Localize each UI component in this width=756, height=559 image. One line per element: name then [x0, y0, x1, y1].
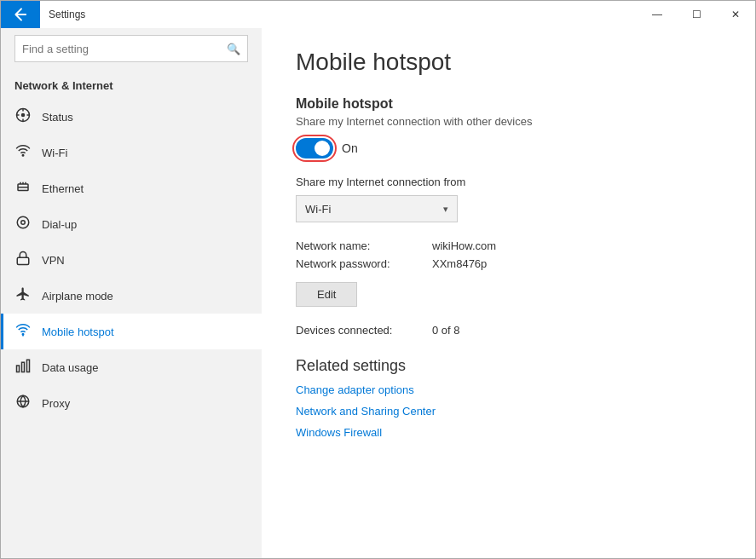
section-subtitle: Share my Internet connection with other …: [296, 115, 721, 128]
sidebar-item-hotspot[interactable]: Mobile hotspot: [1, 314, 262, 349]
sidebar-item-proxy[interactable]: Proxy: [1, 385, 262, 421]
minimize-button[interactable]: —: [638, 1, 677, 28]
sidebar-item-data[interactable]: Data usage: [1, 349, 262, 385]
toggle-label: On: [342, 141, 358, 155]
toggle-row: On: [296, 138, 721, 158]
sidebar-item-label-proxy: Proxy: [42, 397, 70, 410]
svg-point-5: [21, 221, 26, 225]
main-content: 🔍 Network & Internet Status Wi-Fi: [1, 28, 755, 558]
dropdown-value: Wi-Fi: [305, 203, 331, 216]
svg-rect-6: [17, 257, 29, 264]
section-title: Mobile hotspot: [296, 96, 721, 112]
title-bar: Settings — ☐ ✕: [1, 1, 755, 28]
sidebar-item-label-hotspot: Mobile hotspot: [42, 326, 114, 338]
devices-row: Devices connected: 0 of 8: [296, 324, 721, 337]
search-icon: 🔍: [227, 43, 240, 55]
devices-value: 0 of 8: [432, 324, 460, 337]
status-icon: [14, 107, 32, 126]
network-name-value: wikiHow.com: [432, 239, 496, 252]
share-section-label: Share my Internet connection from: [296, 176, 721, 188]
connection-source-dropdown[interactable]: Wi-Fi ▾: [296, 195, 458, 222]
right-panel: Mobile hotspot Mobile hotspot Share my I…: [262, 28, 755, 558]
sharing-center-link[interactable]: Network and Sharing Center: [296, 405, 721, 418]
network-password-value: XXm8476p: [432, 257, 487, 270]
svg-rect-11: [27, 360, 30, 372]
svg-point-4: [17, 216, 29, 228]
svg-point-1: [21, 113, 26, 118]
vpn-icon: [14, 251, 32, 269]
sidebar-item-wifi[interactable]: Wi-Fi: [1, 135, 262, 170]
change-adapter-link[interactable]: Change adapter options: [296, 383, 721, 396]
airplane-icon: [14, 286, 32, 305]
window-controls: — ☐ ✕: [638, 1, 755, 28]
svg-rect-9: [17, 366, 20, 372]
svg-point-2: [22, 155, 24, 157]
related-settings-title: Related settings: [296, 357, 721, 375]
settings-window: Settings — ☐ ✕ 🔍 Network & Internet Stat…: [0, 0, 756, 559]
network-name-row: Network name: wikiHow.com: [296, 239, 721, 252]
dialup-icon: [14, 215, 32, 233]
network-password-row: Network password: XXm8476p: [296, 257, 721, 270]
devices-label: Devices connected:: [296, 324, 432, 337]
hotspot-icon: [14, 322, 32, 341]
svg-rect-10: [22, 362, 25, 372]
sidebar-item-label-status: Status: [42, 111, 73, 124]
sidebar-item-dialup[interactable]: Dial-up: [1, 206, 262, 242]
back-arrow-icon[interactable]: [13, 7, 28, 22]
maximize-button[interactable]: ☐: [677, 1, 716, 28]
sidebar-item-label-dialup: Dial-up: [42, 218, 77, 231]
sidebar-item-status[interactable]: Status: [1, 99, 262, 135]
network-password-label: Network password:: [296, 257, 432, 270]
sidebar-item-airplane[interactable]: Airplane mode: [1, 278, 262, 314]
network-info: Network name: wikiHow.com Network passwo…: [296, 239, 721, 307]
proxy-icon: [14, 394, 32, 412]
firewall-link[interactable]: Windows Firewall: [296, 426, 721, 439]
wifi-icon: [14, 143, 32, 162]
chevron-down-icon: ▾: [443, 204, 448, 215]
window-title: Settings: [40, 1, 638, 28]
sidebar-item-vpn[interactable]: VPN: [1, 242, 262, 278]
share-section: Share my Internet connection from Wi-Fi …: [296, 176, 721, 222]
data-usage-icon: [14, 358, 32, 377]
sidebar-item-label-data: Data usage: [42, 361, 99, 374]
network-name-label: Network name:: [296, 239, 432, 252]
sidebar-item-label-ethernet: Ethernet: [42, 182, 84, 195]
sidebar-item-label-vpn: VPN: [42, 254, 65, 267]
toggle-container[interactable]: [296, 138, 333, 158]
close-button[interactable]: ✕: [716, 1, 755, 28]
sidebar-item-label-wifi: Wi-Fi: [42, 147, 67, 159]
edit-button[interactable]: Edit: [296, 282, 357, 307]
sidebar: 🔍 Network & Internet Status Wi-Fi: [1, 28, 262, 558]
sidebar-item-label-airplane: Airplane mode: [42, 290, 113, 303]
sidebar-section-label: Network & Internet: [1, 76, 262, 99]
app-icon: [1, 1, 40, 28]
search-box[interactable]: 🔍: [14, 35, 248, 62]
search-input[interactable]: [22, 43, 227, 55]
ethernet-icon: [14, 179, 32, 198]
mobile-hotspot-toggle[interactable]: [296, 138, 333, 158]
page-title: Mobile hotspot: [296, 49, 721, 76]
sidebar-item-ethernet[interactable]: Ethernet: [1, 170, 262, 206]
